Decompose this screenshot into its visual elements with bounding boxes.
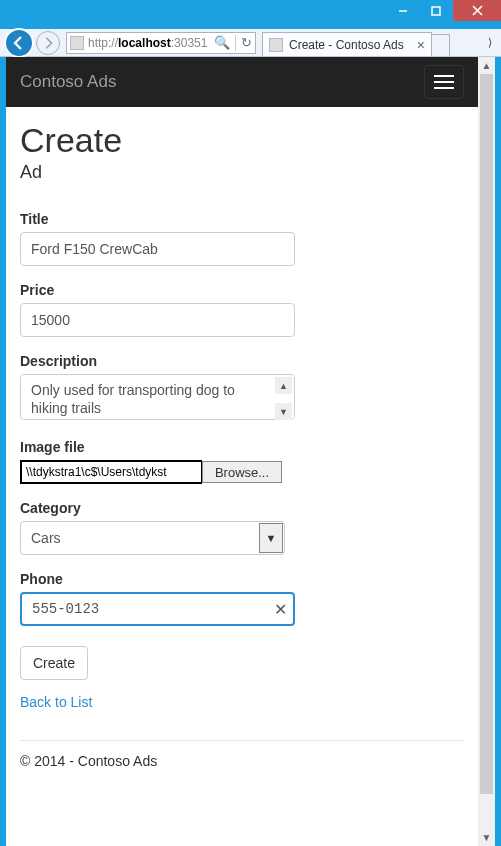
back-to-list-link[interactable]: Back to List bbox=[20, 694, 92, 710]
svg-rect-1 bbox=[432, 7, 440, 15]
price-input[interactable] bbox=[20, 303, 295, 337]
page-subtitle: Ad bbox=[20, 162, 464, 183]
page-title: Create bbox=[20, 121, 464, 160]
browser-more-icon[interactable]: ⟩ bbox=[483, 36, 497, 49]
tab-close-icon[interactable]: × bbox=[417, 37, 425, 53]
category-select[interactable] bbox=[20, 521, 285, 555]
footer-text: © 2014 - Contoso Ads bbox=[20, 753, 464, 769]
address-bar[interactable]: http://localhost:30351 🔍 ↻ bbox=[66, 32, 256, 54]
scroll-thumb[interactable] bbox=[480, 74, 493, 794]
window-minimize-button[interactable] bbox=[387, 0, 419, 21]
browser-tabbar: Create - Contoso Ads × bbox=[262, 29, 479, 56]
refresh-icon[interactable]: ↻ bbox=[241, 35, 252, 50]
window-maximize-button[interactable] bbox=[420, 0, 452, 21]
browser-tab[interactable]: Create - Contoso Ads × bbox=[262, 32, 432, 56]
address-host: localhost bbox=[118, 36, 171, 50]
title-input[interactable] bbox=[20, 232, 295, 266]
tab-favicon-icon bbox=[269, 38, 283, 52]
vertical-scrollbar[interactable]: ▲ ▼ bbox=[478, 57, 495, 846]
window-titlebar bbox=[0, 0, 501, 29]
search-icon[interactable]: 🔍 bbox=[214, 35, 230, 50]
page-body: Create Ad Title Price Description ▲ ▼ Im… bbox=[6, 107, 478, 783]
price-label: Price bbox=[20, 282, 464, 298]
description-textarea[interactable] bbox=[20, 374, 295, 420]
browser-viewport: Contoso Ads Create Ad Title Price Descri… bbox=[6, 57, 495, 846]
imagefile-path-input[interactable] bbox=[20, 460, 202, 484]
app-navbar: Contoso Ads bbox=[6, 57, 478, 107]
browse-button[interactable]: Browse... bbox=[202, 461, 282, 483]
address-text-suffix: :30351 bbox=[171, 36, 208, 50]
browser-toolbar: http://localhost:30351 🔍 ↻ Create - Cont… bbox=[0, 29, 501, 57]
scroll-down-icon[interactable]: ▼ bbox=[478, 829, 495, 846]
address-separator bbox=[235, 35, 236, 51]
imagefile-label: Image file bbox=[20, 439, 464, 455]
title-label: Title bbox=[20, 211, 464, 227]
description-label: Description bbox=[20, 353, 464, 369]
address-text-prefix: http:// bbox=[88, 36, 118, 50]
footer-separator bbox=[20, 740, 464, 741]
textarea-scroll-down-icon[interactable]: ▼ bbox=[275, 403, 292, 420]
textarea-scroll-up-icon[interactable]: ▲ bbox=[275, 377, 292, 394]
category-label: Category bbox=[20, 500, 464, 516]
window-close-button[interactable] bbox=[453, 0, 501, 21]
browser-forward-button[interactable] bbox=[36, 31, 60, 55]
menu-toggle-button[interactable] bbox=[424, 65, 464, 99]
scroll-up-icon[interactable]: ▲ bbox=[478, 57, 495, 74]
tab-title: Create - Contoso Ads bbox=[289, 38, 411, 52]
hamburger-icon bbox=[434, 75, 454, 77]
create-button[interactable]: Create bbox=[20, 646, 88, 680]
phone-label: Phone bbox=[20, 571, 464, 587]
dropdown-arrow-icon[interactable]: ▼ bbox=[259, 523, 283, 553]
clear-input-icon[interactable]: ✕ bbox=[274, 600, 287, 619]
brand-link[interactable]: Contoso Ads bbox=[20, 72, 116, 92]
phone-input[interactable] bbox=[20, 592, 295, 626]
page-favicon-icon bbox=[70, 36, 84, 50]
new-tab-button[interactable] bbox=[432, 34, 450, 56]
browser-back-button[interactable] bbox=[4, 28, 34, 58]
